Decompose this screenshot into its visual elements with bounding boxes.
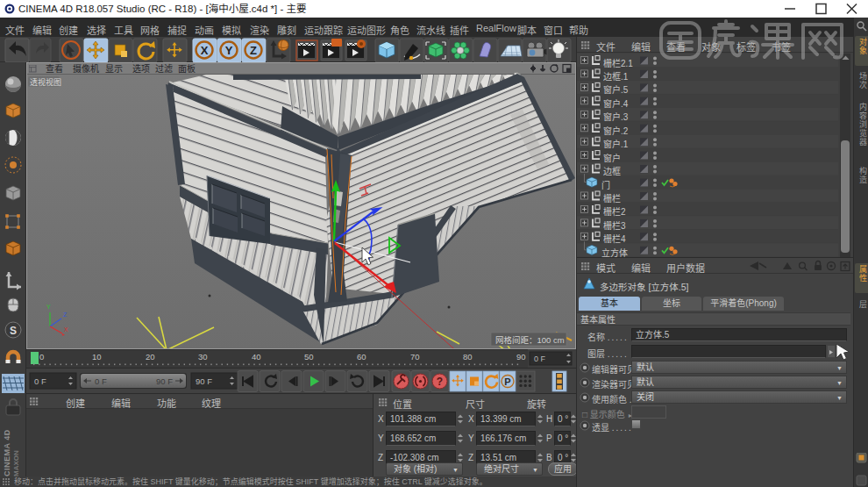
svg-text:Y: Y	[225, 44, 233, 57]
svg-text:20: 20	[146, 352, 155, 362]
svg-text:0: 0	[39, 352, 44, 362]
svg-text:0 F: 0 F	[95, 376, 107, 386]
svg-text:面板: 面板	[178, 63, 196, 74]
svg-text:摄像机: 摄像机	[73, 63, 99, 74]
svg-text:透视视图: 透视视图	[30, 77, 61, 87]
svg-text:10: 10	[92, 352, 102, 362]
svg-text:?: ?	[437, 376, 443, 388]
svg-text:P: P	[504, 376, 510, 387]
svg-text:过滤: 过滤	[155, 63, 173, 74]
svg-text:X: X	[201, 44, 209, 57]
svg-text:30: 30	[198, 352, 208, 362]
svg-text:40: 40	[252, 352, 261, 362]
svg-text:60: 60	[357, 352, 366, 362]
svg-text:70: 70	[410, 352, 420, 362]
svg-text:显示: 显示	[105, 64, 123, 74]
svg-text:80: 80	[463, 352, 473, 362]
svg-text:网格间距：100 cm: 网格间距：100 cm	[495, 335, 565, 345]
svg-text:90: 90	[516, 352, 526, 362]
svg-text:S: S	[10, 325, 17, 337]
svg-text:90 F: 90 F	[196, 376, 212, 386]
svg-text:Z: Z	[250, 44, 257, 57]
svg-text:0 F: 0 F	[34, 376, 46, 386]
svg-text:选项: 选项	[132, 63, 150, 74]
svg-text:90 F: 90 F	[156, 376, 173, 386]
svg-text:查看: 查看	[46, 63, 63, 74]
svg-text:50: 50	[304, 352, 314, 362]
svg-text:X: X	[64, 326, 68, 333]
svg-text:Y: Y	[46, 304, 51, 310]
svg-text:Z: Z	[63, 312, 68, 318]
svg-text:0 F: 0 F	[534, 355, 546, 363]
